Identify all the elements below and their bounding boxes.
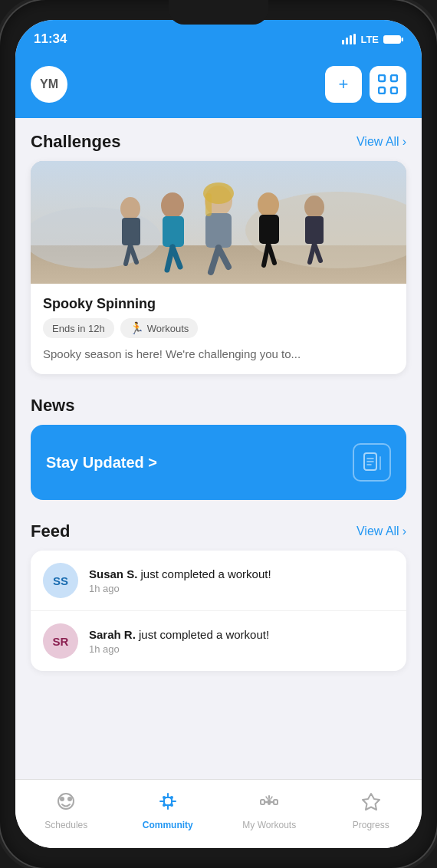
app-header: YM + bbox=[15, 58, 422, 118]
svg-rect-35 bbox=[205, 193, 212, 216]
notch bbox=[169, 0, 268, 25]
nav-label-schedules: Schedules bbox=[44, 820, 87, 830]
svg-rect-6 bbox=[379, 75, 385, 81]
feed-header: Feed View All › bbox=[31, 521, 406, 541]
nav-label-community: Community bbox=[143, 820, 193, 830]
svg-rect-15 bbox=[205, 213, 232, 248]
feed-text-2: Sarah R. just completed a workout! bbox=[89, 628, 269, 641]
challenges-header: Challenges View All › bbox=[31, 132, 406, 152]
challenge-tags: Ends in 12h 🏃 Workouts bbox=[43, 318, 394, 338]
my-workouts-icon bbox=[259, 791, 279, 816]
svg-line-61 bbox=[271, 797, 272, 799]
schedules-icon bbox=[56, 791, 76, 816]
feed-text-1: Susan S. just completed a workout! bbox=[89, 567, 271, 580]
svg-rect-4 bbox=[383, 35, 401, 44]
svg-line-60 bbox=[266, 797, 268, 799]
svg-rect-1 bbox=[346, 38, 348, 44]
svg-point-43 bbox=[67, 797, 72, 801]
challenges-title: Challenges bbox=[31, 132, 120, 152]
nav-item-my-workouts[interactable]: My Workouts bbox=[219, 791, 320, 837]
feed-card: SS Susan S. just completed a workout! 1h… bbox=[31, 551, 406, 671]
svg-rect-3 bbox=[353, 34, 356, 44]
svg-point-22 bbox=[258, 192, 279, 217]
nav-item-progress[interactable]: Progress bbox=[320, 791, 422, 837]
svg-point-26 bbox=[304, 196, 324, 219]
signal-icon bbox=[342, 34, 356, 44]
challenge-description: Spooky season is here! We're challenging… bbox=[43, 346, 394, 362]
phone-screen: 11:34 LTE YM + bbox=[15, 20, 422, 848]
svg-rect-0 bbox=[342, 40, 344, 44]
header-actions: + bbox=[325, 66, 406, 103]
svg-rect-31 bbox=[122, 218, 140, 245]
svg-rect-58 bbox=[268, 799, 271, 805]
user-avatar[interactable]: YM bbox=[31, 66, 67, 103]
news-card[interactable]: Stay Updated > bbox=[31, 425, 406, 500]
challenge-title: Spooky Spinning bbox=[43, 296, 394, 312]
svg-point-30 bbox=[120, 197, 140, 220]
news-header: News bbox=[31, 396, 406, 416]
svg-rect-50 bbox=[163, 796, 166, 799]
svg-rect-45 bbox=[164, 797, 172, 805]
runners-illustration bbox=[31, 161, 406, 284]
lte-label: LTE bbox=[360, 34, 379, 45]
svg-point-18 bbox=[161, 192, 184, 219]
feed-avatar-ss: SS bbox=[43, 563, 78, 598]
svg-rect-19 bbox=[163, 216, 184, 247]
news-title: News bbox=[31, 396, 74, 416]
feed-item-2[interactable]: SR Sarah R. just completed a workout! 1h… bbox=[31, 611, 406, 671]
main-content: Challenges View All › bbox=[15, 118, 422, 779]
feed-view-all[interactable]: View All › bbox=[356, 524, 406, 538]
feed-title: Feed bbox=[31, 521, 70, 541]
status-bar: 11:34 LTE bbox=[15, 20, 422, 58]
challenge-image bbox=[31, 161, 406, 284]
nav-item-schedules[interactable]: Schedules bbox=[15, 791, 117, 837]
svg-rect-23 bbox=[259, 215, 279, 244]
feed-time-2: 1h ago bbox=[89, 643, 269, 655]
feed-time-1: 1h ago bbox=[89, 583, 271, 594]
svg-rect-51 bbox=[170, 796, 173, 799]
status-icons: LTE bbox=[342, 34, 403, 45]
status-time: 11:34 bbox=[34, 31, 67, 47]
svg-rect-8 bbox=[379, 87, 385, 94]
scan-button[interactable] bbox=[370, 66, 406, 103]
svg-rect-27 bbox=[305, 216, 324, 244]
feed-item-1[interactable]: SS Susan S. just completed a workout! 1h… bbox=[31, 551, 406, 611]
svg-rect-52 bbox=[163, 804, 166, 807]
svg-rect-7 bbox=[391, 75, 397, 81]
phone-frame: 11:34 LTE YM + bbox=[0, 0, 437, 868]
challenge-tag-time: Ends in 12h bbox=[43, 318, 114, 338]
feed-section: Feed View All › SS Susan S. just complet… bbox=[15, 508, 422, 679]
nav-label-progress: Progress bbox=[353, 820, 389, 830]
challenge-tag-type: 🏃 Workouts bbox=[120, 318, 199, 338]
news-section: News Stay Updated > bbox=[15, 382, 422, 508]
svg-rect-5 bbox=[402, 38, 404, 41]
nav-label-my-workouts: My Workouts bbox=[242, 820, 296, 830]
svg-point-42 bbox=[60, 797, 64, 801]
progress-icon bbox=[361, 791, 381, 816]
svg-rect-37 bbox=[380, 456, 381, 470]
svg-rect-2 bbox=[350, 35, 352, 44]
battery-icon bbox=[383, 35, 403, 44]
svg-rect-9 bbox=[391, 87, 397, 94]
challenges-view-all[interactable]: View All › bbox=[356, 135, 406, 149]
feed-user-1: Susan S. bbox=[89, 567, 137, 580]
add-button[interactable]: + bbox=[325, 66, 362, 103]
community-icon bbox=[158, 791, 178, 816]
nav-item-community[interactable]: Community bbox=[117, 791, 219, 837]
feed-avatar-sr: SR bbox=[43, 623, 78, 659]
svg-rect-53 bbox=[170, 804, 173, 807]
challenge-card[interactable]: Spooky Spinning Ends in 12h 🏃 Workouts S… bbox=[31, 161, 406, 374]
news-card-text: Stay Updated > bbox=[46, 454, 157, 472]
scan-icon bbox=[378, 74, 398, 94]
document-icon bbox=[353, 443, 391, 482]
feed-user-2: Sarah R. bbox=[89, 628, 136, 641]
challenges-section: Challenges View All › bbox=[15, 118, 422, 382]
bottom-nav: Schedules bbox=[15, 779, 422, 848]
